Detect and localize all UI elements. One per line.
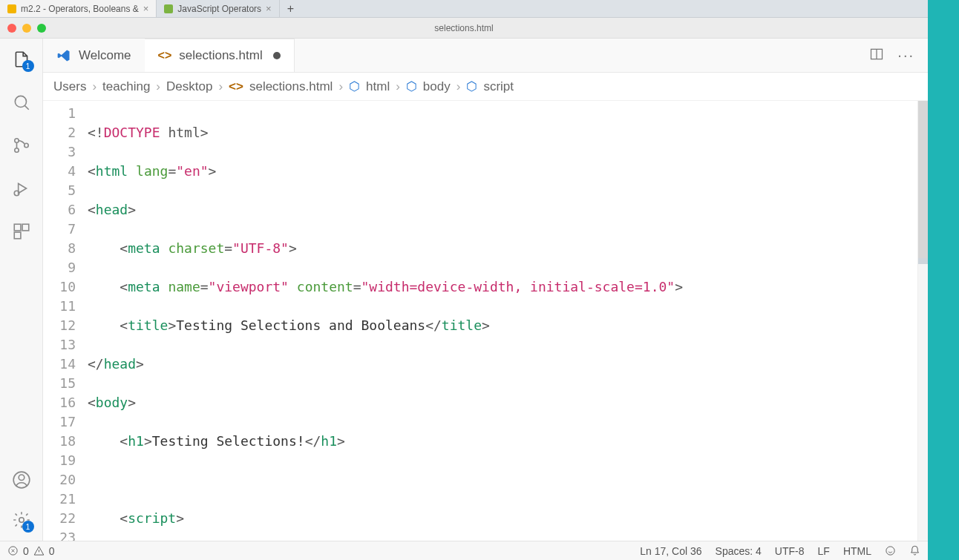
errors-icon[interactable] — [7, 545, 19, 556]
bc-desktop[interactable]: Desktop — [166, 79, 212, 94]
svg-point-9 — [19, 475, 24, 481]
svg-rect-6 — [22, 224, 29, 231]
tab-label: selections.html — [179, 48, 262, 63]
minimap[interactable] — [917, 101, 928, 541]
bell-icon[interactable] — [909, 545, 920, 556]
svg-point-13 — [886, 547, 894, 555]
explorer-badge: 1 — [22, 60, 34, 72]
chevron-right-icon: › — [338, 79, 343, 94]
more-actions-icon[interactable]: ··· — [897, 47, 914, 65]
account-icon[interactable] — [11, 470, 32, 490]
status-bar: 0 0 Ln 17, Col 36 Spaces: 4 UTF-8 LF HTM… — [0, 541, 928, 560]
code-content[interactable]: <!DOCTYPE html> <html lang="en"> <head> … — [88, 101, 917, 541]
close-icon[interactable]: × — [143, 3, 149, 14]
language-mode[interactable]: HTML — [843, 545, 871, 557]
minimap-thumb[interactable] — [918, 101, 928, 264]
warnings-icon[interactable] — [33, 545, 45, 556]
error-count[interactable]: 0 — [23, 545, 29, 557]
symbol-icon: ⬡ — [349, 79, 360, 94]
eol[interactable]: LF — [818, 545, 830, 557]
bc-html[interactable]: html — [366, 79, 390, 94]
tab-welcome[interactable]: Welcome — [43, 39, 145, 72]
svg-point-3 — [24, 143, 27, 147]
explorer-icon[interactable]: 1 — [11, 49, 32, 70]
indent-setting[interactable]: Spaces: 4 — [716, 545, 762, 557]
line-gutter: 1234567891011121314151617181920212223 — [43, 101, 88, 541]
svg-point-10 — [19, 518, 24, 523]
dirty-indicator — [273, 52, 281, 59]
editor-tab-bar: Welcome <> selections.html ··· — [43, 39, 928, 73]
activity-bar: 1 — [0, 39, 43, 541]
symbol-icon: ⬡ — [406, 79, 417, 94]
chevron-right-icon: › — [396, 79, 400, 94]
bc-file[interactable]: selections.html — [249, 79, 333, 94]
js-favicon — [164, 4, 173, 13]
code-editor[interactable]: 1234567891011121314151617181920212223 <!… — [43, 101, 928, 541]
settings-badge: 1 — [22, 521, 34, 533]
split-editor-icon[interactable] — [869, 47, 884, 65]
window-title: selections.html — [434, 23, 493, 33]
svg-point-1 — [14, 139, 18, 142]
tab-selections[interactable]: <> selections.html — [145, 39, 295, 72]
traffic-minimize[interactable] — [22, 24, 31, 33]
warning-count[interactable]: 0 — [49, 545, 55, 557]
browser-tab-jsops[interactable]: JavaScript Operators × — [157, 0, 279, 17]
chevron-right-icon: › — [156, 79, 160, 94]
chevron-right-icon: › — [456, 79, 461, 94]
cursor-position[interactable]: Ln 17, Col 36 — [640, 545, 701, 557]
traffic-close[interactable] — [7, 24, 16, 33]
svg-rect-7 — [14, 232, 21, 239]
bc-users[interactable]: Users — [53, 79, 86, 94]
bc-teaching[interactable]: teaching — [102, 79, 150, 94]
encoding[interactable]: UTF-8 — [775, 545, 805, 557]
window-titlebar: selections.html — [0, 18, 928, 39]
search-icon[interactable] — [11, 92, 32, 113]
svg-point-0 — [15, 96, 26, 107]
svg-rect-5 — [14, 224, 21, 231]
extensions-icon[interactable] — [11, 221, 32, 242]
new-tab-button[interactable]: + — [280, 2, 301, 16]
chevron-right-icon: › — [218, 79, 223, 94]
feedback-icon[interactable] — [885, 545, 896, 556]
right-side-strip — [928, 0, 959, 560]
html-file-icon: <> — [158, 49, 172, 62]
minimap-viewport — [918, 258, 928, 264]
close-icon[interactable]: × — [266, 3, 272, 14]
browser-tab-bar: m2.2 - Operators, Booleans & × JavaScrip… — [0, 0, 928, 18]
bc-script[interactable]: script — [483, 79, 514, 94]
bc-body[interactable]: body — [423, 79, 451, 94]
settings-gear-icon[interactable]: 1 — [11, 510, 32, 530]
chevron-right-icon: › — [92, 79, 96, 94]
symbol-icon: ⬡ — [466, 79, 477, 94]
browser-tab-slides[interactable]: m2.2 - Operators, Booleans & × — [0, 0, 157, 17]
vscode-logo-icon — [56, 48, 71, 63]
source-control-icon[interactable] — [11, 135, 32, 156]
slides-favicon — [7, 4, 16, 13]
debug-icon[interactable] — [11, 178, 32, 199]
html-file-icon: <> — [229, 79, 243, 94]
breadcrumb[interactable]: Users › teaching › Desktop › <> selectio… — [43, 73, 928, 101]
traffic-zoom[interactable] — [37, 24, 46, 33]
browser-tab-label: JavaScript Operators — [177, 4, 261, 14]
svg-point-2 — [14, 148, 18, 152]
tab-label: Welcome — [79, 48, 131, 63]
browser-tab-label: m2.2 - Operators, Booleans & — [21, 4, 139, 14]
